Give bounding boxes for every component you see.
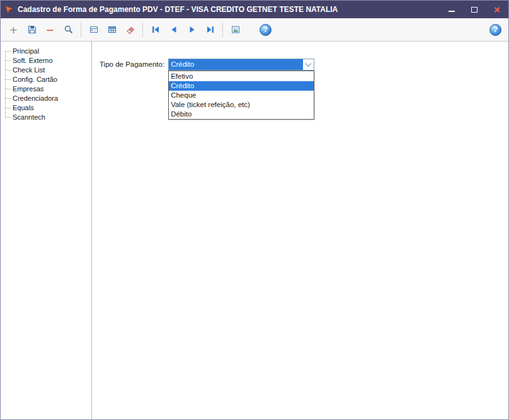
- chevron-down-icon[interactable]: [303, 59, 314, 70]
- app-icon: [5, 6, 13, 14]
- combobox-value: Crédito: [169, 59, 303, 70]
- sidebar-tree: Principal Soft. Externo Check List Confi…: [4, 47, 91, 122]
- dropdown-option-credito[interactable]: Crédito: [169, 81, 314, 91]
- payment-type-dropdown: Efetivo Crédito Cheque Vale (ticket refe…: [168, 71, 314, 120]
- sidebar-item-config-cartao[interactable]: Config. Cartão: [4, 75, 91, 84]
- add-button[interactable]: +: [5, 21, 22, 38]
- keypad-icon: [89, 25, 99, 35]
- sidebar: Principal Soft. Externo Check List Confi…: [1, 42, 92, 420]
- help-icon: ?: [489, 24, 501, 36]
- keypad-button[interactable]: [85, 21, 102, 38]
- help-button[interactable]: ?: [257, 21, 274, 38]
- sidebar-item-equals[interactable]: Equals: [4, 103, 91, 113]
- last-record-icon: [206, 25, 215, 34]
- grid-button[interactable]: [103, 21, 120, 38]
- payment-type-label: Tipo de Pagamento:: [100, 59, 164, 68]
- clear-button[interactable]: [122, 21, 139, 38]
- sidebar-item-check-list[interactable]: Check List: [4, 65, 91, 75]
- window-title: Cadastro de Forma de Pagamento PDV - DTE…: [18, 5, 440, 14]
- nav-last-button[interactable]: [202, 21, 219, 38]
- sidebar-item-scanntech[interactable]: Scanntech: [4, 113, 91, 122]
- toolbar-separator: [81, 23, 81, 37]
- previous-record-icon: [169, 25, 178, 34]
- payment-type-combo-wrap: Crédito Efetivo Crédito Cheque Vale (tic…: [168, 59, 314, 71]
- table-icon: [107, 25, 117, 35]
- window-body: Principal Soft. Externo Check List Confi…: [1, 42, 508, 420]
- main-content: Tipo de Pagamento: Crédito Efetivo Crédi…: [92, 42, 508, 420]
- minimize-button[interactable]: [440, 1, 463, 18]
- dropdown-option-efetivo[interactable]: Efetivo: [169, 72, 314, 81]
- plus-icon: +: [9, 23, 17, 37]
- help-button-right[interactable]: ?: [487, 21, 504, 38]
- titlebar: Cadastro de Forma de Pagamento PDV - DTE…: [1, 1, 508, 18]
- save-icon: [27, 25, 37, 35]
- sidebar-item-empresas[interactable]: Empresas: [4, 84, 91, 94]
- payment-type-row: Tipo de Pagamento: Crédito Efetivo Crédi…: [92, 42, 508, 71]
- nav-prev-button[interactable]: [165, 21, 182, 38]
- maximize-icon: [471, 7, 478, 13]
- search-button[interactable]: [60, 21, 77, 38]
- eraser-icon: [125, 25, 135, 35]
- next-record-icon: [188, 25, 197, 34]
- nav-first-button[interactable]: [147, 21, 164, 38]
- sidebar-item-principal[interactable]: Principal: [4, 47, 91, 56]
- close-icon: ×: [494, 4, 500, 15]
- dropdown-option-cheque[interactable]: Cheque: [169, 91, 314, 100]
- sidebar-item-soft-externo[interactable]: Soft. Externo: [4, 56, 91, 65]
- window-controls: ×: [440, 1, 508, 18]
- toolbar-separator: [222, 23, 223, 37]
- delete-button[interactable]: −: [42, 21, 59, 38]
- maximize-button[interactable]: [463, 1, 486, 18]
- toolbar: + −: [1, 18, 508, 42]
- help-icon: ?: [260, 24, 272, 36]
- payment-type-combobox[interactable]: Crédito: [168, 59, 314, 71]
- minus-icon: −: [46, 23, 54, 37]
- image-icon: [231, 25, 241, 35]
- close-button[interactable]: ×: [486, 1, 508, 18]
- minimize-icon: [449, 11, 455, 12]
- preview-button[interactable]: [227, 21, 244, 38]
- toolbar-separator: [142, 23, 143, 37]
- app-window: Cadastro de Forma de Pagamento PDV - DTE…: [0, 0, 509, 420]
- save-button[interactable]: [23, 21, 40, 38]
- sidebar-item-credenciadora[interactable]: Credenciadora: [4, 94, 91, 103]
- dropdown-option-debito[interactable]: Débito: [169, 110, 314, 119]
- nav-next-button[interactable]: [183, 21, 200, 38]
- dropdown-option-vale[interactable]: Vale (ticket refeição, etc): [169, 100, 314, 110]
- search-icon: [64, 25, 74, 35]
- first-record-icon: [151, 25, 160, 34]
